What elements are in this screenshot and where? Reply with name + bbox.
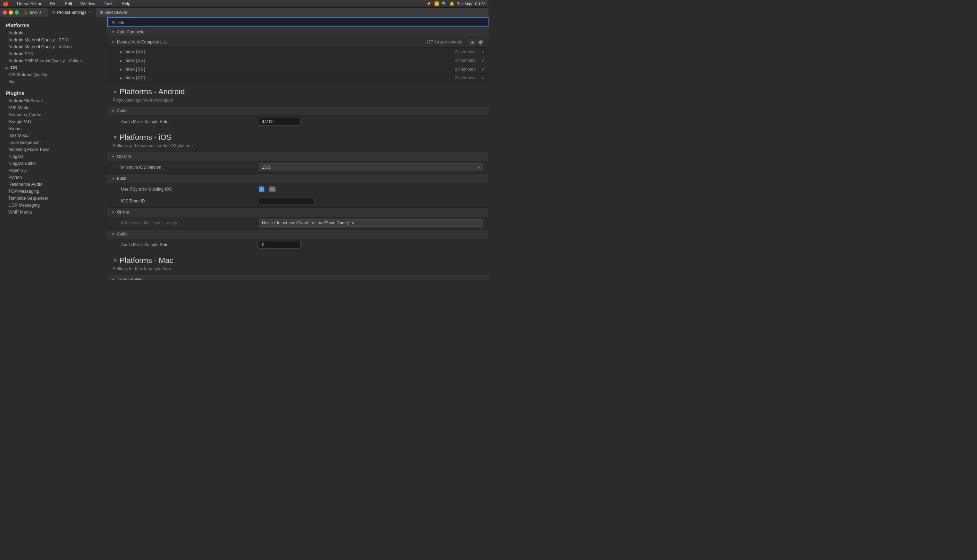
content-scroll: ▼ Auto Complete ▼ Manual Auto Complete L… [107,27,488,280]
ios-audio-header[interactable]: ▼ Audio [107,229,488,239]
rsync-value [259,187,483,192]
team-id-input[interactable] [259,197,315,205]
search-bar: ✕ [107,17,488,27]
menu-edit[interactable]: Edit [63,2,73,6]
minimize-button[interactable] [9,10,13,15]
index-84-chevron[interactable]: ∨ [481,49,484,54]
rsync-grid-icon[interactable] [268,187,275,192]
menu-bar: 🍎 Unreal Editor File Edit Window Tools H… [0,0,488,8]
maximize-button[interactable] [15,10,19,15]
close-button[interactable] [3,10,7,15]
sidebar-item-niagara[interactable]: Niagara [0,153,107,160]
index-86-members: 2 members [455,67,476,72]
build-header[interactable]: ▼ Build [107,173,488,183]
index-84-toggle[interactable]: ▶ [120,50,122,54]
sidebar-item-python[interactable]: Python [0,174,107,181]
select-level-tab-icon: ▦ [100,10,103,15]
tab-label-select-level: SelectLevel [105,10,127,15]
rsync-checkbox[interactable] [259,187,264,192]
menu-tools[interactable]: Tools [102,2,115,6]
sidebar-item-ios-material[interactable]: iOS Material Quality [0,71,107,78]
menu-unreal-editor[interactable]: Unreal Editor [16,2,43,6]
android-audio-sample-rate-input[interactable] [259,118,301,125]
delete-array-element-button[interactable]: 🗑 [477,38,484,45]
min-ios-version-select[interactable]: 15.0 [259,163,483,171]
os-info-header[interactable]: ▼ OS Info [107,152,488,162]
online-header[interactable]: ▼ Online [107,207,488,217]
mac-section-toggle[interactable]: ▼ [113,258,118,263]
targeted-rhis-toggle-icon: ▼ [111,278,115,280]
battery-icon: ⚡ [427,2,432,6]
sidebar-item-img-media[interactable]: IMG Media [0,132,107,139]
menu-window[interactable]: Window [79,2,97,6]
apple-menu[interactable]: 🍎 [3,1,9,7]
search-clear-button[interactable]: ✕ [111,20,115,25]
sidebar-item-mac[interactable]: Mac [0,78,107,85]
menu-help[interactable]: Help [120,2,132,6]
tab-project-settings[interactable]: ⚙ Project Settings ✕ [48,8,96,17]
sidebar-item-avf-media[interactable]: AVF Media [0,104,107,111]
sidebar-item-udp-messaging[interactable]: UDP Messaging [0,202,107,209]
add-array-element-button[interactable]: ⊕ [469,38,476,45]
index-87-toggle[interactable]: ▶ [120,76,122,80]
android-audio-sample-rate-value [259,118,483,125]
sidebar-item-ios[interactable]: ▶ iOS [0,64,107,71]
min-ios-version-row: Minimum iOS Version 15.0 ∨ [107,162,488,173]
icloud-dropdown[interactable]: Never (do not use iCloud for Load/Save G… [259,219,483,227]
index-86-label: Index [ 86 ] [125,67,455,72]
tab-select-level[interactable]: ▦ SelectLevel [96,8,131,17]
sidebar-item-groom[interactable]: Groom [0,125,107,132]
ios-section-toggle[interactable]: ▼ [113,135,118,140]
sidebar-item-android[interactable]: Android [0,30,107,37]
menu-file[interactable]: File [48,2,58,6]
ios-audio-sample-rate-input[interactable] [259,241,301,249]
sidebar-item-androidfileserver[interactable]: AndroidFileServer [0,97,107,104]
wifi-icon: 📶 [434,2,439,6]
sidebar-item-modeling-mode-tools[interactable]: Modeling Mode Tools [0,146,107,153]
sidebar-item-template-sequencer[interactable]: Template Sequencer [0,195,107,202]
search-input[interactable] [118,20,484,25]
sidebar-item-paper2d[interactable]: Paper 2D [0,167,107,174]
ios-audio-sample-rate-value [259,241,483,249]
ios-section-title: ▼ Platforms - iOS [107,128,488,143]
sidebar-item-googlepad[interactable]: GooglePAD [0,118,107,125]
search-icon[interactable]: 🔍 [442,2,447,6]
window-title-section: ⚠ level0 [24,10,41,15]
sidebar-item-tcp-messaging[interactable]: TCP Messaging [0,188,107,195]
manual-list-toggle-icon[interactable]: ▼ [111,40,115,44]
sidebar-item-resonance-audio[interactable]: Resonance Audio [0,181,107,188]
autocomplete-title: Auto Complete [117,30,144,35]
index-row-84: ▶ Index [ 84 ] 2 members ∨ [107,48,488,57]
android-section-toggle[interactable]: ▼ [113,89,118,95]
index-87-chevron[interactable]: ∨ [481,75,484,80]
warning-icon: ⚠ [24,10,28,15]
sidebar-item-android-sdk[interactable]: Android SDK [0,50,107,57]
rsync-row: Use RSync for building IOS [107,183,488,195]
targeted-rhis-header[interactable]: ▼ Targeted RHIs [107,275,488,280]
team-id-label: IOS Team ID [113,198,259,203]
index-84-label: Index [ 84 ] [125,49,455,54]
sidebar-item-android-es31[interactable]: Android Material Quality - ES31 [0,37,107,43]
android-title-text: Platforms - Android [120,87,185,97]
sidebar-item-level-sequencer[interactable]: Level Sequencer [0,139,107,146]
rsync-label: Use RSync for building IOS [113,187,259,192]
tabs: ⚙ Project Settings ✕ ▦ SelectLevel [48,8,131,17]
android-audio-header[interactable]: ▼ Audio [107,106,488,116]
index-86-toggle[interactable]: ▶ [120,67,122,71]
ios-section-desc: Settings and resources for the iOS platf… [107,143,488,152]
sidebar-item-android-sm5[interactable]: Android SM5 Material Quality - Vulkan [0,57,107,64]
sidebar-item-geometry-cache[interactable]: Geometry Cache [0,111,107,118]
icloud-label: iCloud save files sync strategy [113,220,259,225]
sidebar-item-wmf-media[interactable]: WMF Media [0,209,107,216]
min-ios-dropdown-wrapper: 15.0 ∨ [259,163,483,171]
sidebar-item-niagara-editor[interactable]: Niagara Editor [0,160,107,167]
index-85-toggle[interactable]: ▶ [120,59,122,63]
autocomplete-section-header[interactable]: ▼ Auto Complete [107,27,488,37]
index-86-chevron[interactable]: ∨ [481,67,484,72]
index-85-chevron[interactable]: ∨ [481,58,484,63]
sidebar-item-android-vulkan[interactable]: Android Material Quality - Vulkan [0,43,107,50]
notification-icon[interactable]: 🔔 [450,2,454,6]
index-85-members: 2 members [455,58,476,63]
tab-close-project-settings[interactable]: ✕ [88,10,91,15]
build-toggle-icon: ▼ [111,177,115,180]
